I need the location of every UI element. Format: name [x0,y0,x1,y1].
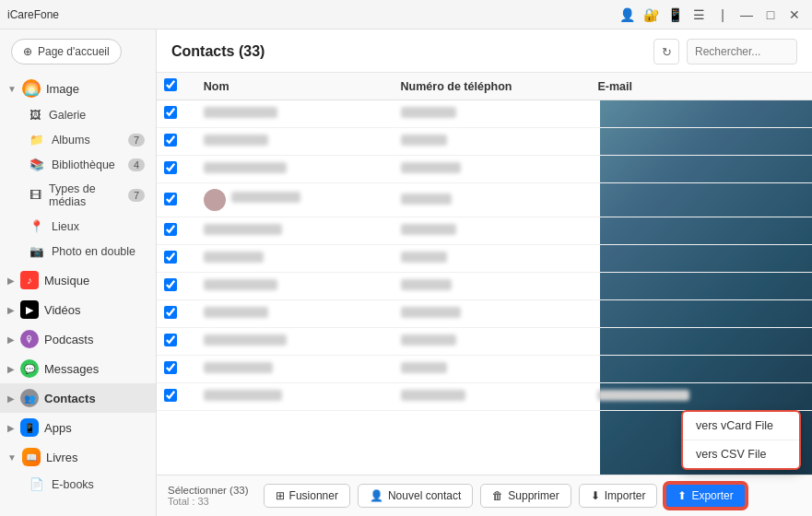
sidebar-item-videos[interactable]: ▶ ▶ Vidéos [0,295,156,324]
messages-label: Messages [44,362,99,376]
exporter-label: Exporter [691,489,733,502]
image-icon: 🌅 [22,79,41,98]
row-name [196,356,394,383]
row-checkbox-cell[interactable] [157,128,196,156]
row-checkbox[interactable] [164,251,177,264]
name-blurred [204,390,282,401]
app-title: iCareFone [7,8,59,21]
row-phone [394,383,591,411]
sidebar-item-albums[interactable]: 📁 Albums 7 [0,127,156,152]
home-button[interactable]: ⊕ Page d'accueil [11,39,122,64]
types-medias-label: Types de médias [49,182,121,208]
row-phone [394,100,591,128]
contacts-label: Contacts [44,392,96,405]
refresh-button[interactable]: ↻ [653,39,679,64]
sidebar-item-messages[interactable]: ▶ 💬 Messages [0,354,156,383]
row-name [196,245,394,273]
sidebar-item-livres[interactable]: ▼ 📖 Livres [0,442,156,472]
device-icon[interactable]: 📱 [665,5,685,25]
row-checkbox-cell[interactable] [157,245,196,273]
sidebar-item-podcasts[interactable]: ▶ 🎙 Podcasts [0,324,156,354]
title-bar: iCareFone 👤 🔐 📱 ☰ | — □ ✕ [0,0,812,29]
importer-button[interactable]: ⬇ Importer [579,484,658,508]
row-checkbox-cell[interactable] [157,217,196,245]
name-blurred [204,279,277,290]
profile-icon[interactable]: 👤 [617,5,637,25]
minimize-button[interactable]: — [736,5,757,25]
chevron-right-icon3: ▶ [7,334,15,345]
photo-double-label: Photo en double [52,245,135,258]
chevron-down-icon: ▼ [7,84,17,94]
select-all-checkbox[interactable] [164,78,177,91]
name-blurred [204,162,287,173]
lieux-label: Lieux [52,220,79,233]
apps-icon: 📱 [20,418,39,437]
row-name [196,183,394,217]
row-checkbox-cell[interactable] [157,356,196,383]
row-email [590,128,812,156]
row-checkbox[interactable] [164,361,177,374]
table-row [157,217,812,245]
sidebar-item-contacts[interactable]: ▶ 👥 Contacts [0,383,156,413]
row-checkbox-cell[interactable] [157,156,196,183]
name-blurred [231,192,300,203]
fusionner-button[interactable]: ⊞ Fusionner [264,484,350,508]
export-vcard-item[interactable]: vers vCard File [683,412,799,440]
select-all-header[interactable] [157,73,196,100]
row-checkbox-cell[interactable] [157,383,196,411]
sidebar-item-photo-double[interactable]: 📷 Photo en double [0,239,156,264]
row-checkbox[interactable] [164,306,177,319]
row-name [196,217,394,245]
phone-blurred [401,107,456,118]
sidebar-item-galerie[interactable]: 🖼 Galerie [0,103,156,127]
phone-blurred [401,390,465,401]
apps-label: Apps [44,421,72,435]
row-checkbox[interactable] [164,389,177,402]
import-icon: ⬇ [591,489,600,502]
row-checkbox[interactable] [164,278,177,291]
row-email [590,156,812,183]
sidebar-item-musique[interactable]: ▶ ♪ Musique [0,265,156,295]
sidebar-item-lieux[interactable]: 📍 Lieux [0,214,156,239]
videos-icon: ▶ [20,300,39,319]
menu-icon[interactable]: ☰ [688,5,709,25]
export-icon: ⬆ [677,489,687,502]
sidebar-item-e-books[interactable]: 📄 E-books [0,472,156,497]
name-blurred [204,224,282,235]
row-checkbox-cell[interactable] [157,300,196,328]
add-contact-icon: 👤 [370,489,383,502]
row-checkbox[interactable] [164,134,177,147]
row-name [196,300,394,328]
account-icon[interactable]: 🔐 [641,5,661,25]
table-row [157,245,812,273]
row-checkbox-cell[interactable] [157,328,196,356]
sidebar-item-types-medias[interactable]: 🎞 Types de médias 7 [0,177,156,214]
name-blurred [204,362,273,373]
supprimer-button[interactable]: 🗑 Supprimer [480,484,571,508]
row-checkbox[interactable] [164,161,177,174]
row-checkbox[interactable] [164,106,177,119]
search-input[interactable] [687,39,797,64]
export-csv-item[interactable]: vers CSV File [683,440,799,468]
exporter-button[interactable]: ⬆ Exporter [665,483,746,509]
delete-icon: 🗑 [492,489,503,502]
row-checkbox[interactable] [164,334,177,346]
row-checkbox-cell[interactable] [157,100,196,128]
close-button[interactable]: ✕ [784,5,805,25]
phone-blurred [401,307,461,318]
e-books-icon: 📄 [29,477,44,491]
phone-blurred [401,224,456,235]
row-checkbox[interactable] [164,193,177,205]
nouvel-contact-button[interactable]: 👤 Nouvel contact [358,484,473,508]
maximize-button[interactable]: □ [760,5,781,25]
row-checkbox[interactable] [164,223,177,236]
sidebar-item-bibliotheque[interactable]: 📚 Bibliothèque 4 [0,152,156,177]
row-checkbox-cell[interactable] [157,273,196,300]
chevron-right-icon4: ▶ [7,364,15,374]
sidebar-item-apps[interactable]: ▶ 📱 Apps [0,413,156,442]
bibliotheque-icon: 📚 [29,158,44,171]
row-checkbox-cell[interactable] [157,183,196,217]
row-phone [394,183,591,217]
e-books-label: E-books [52,478,94,491]
sidebar-item-image[interactable]: ▼ 🌅 Image [0,74,156,103]
